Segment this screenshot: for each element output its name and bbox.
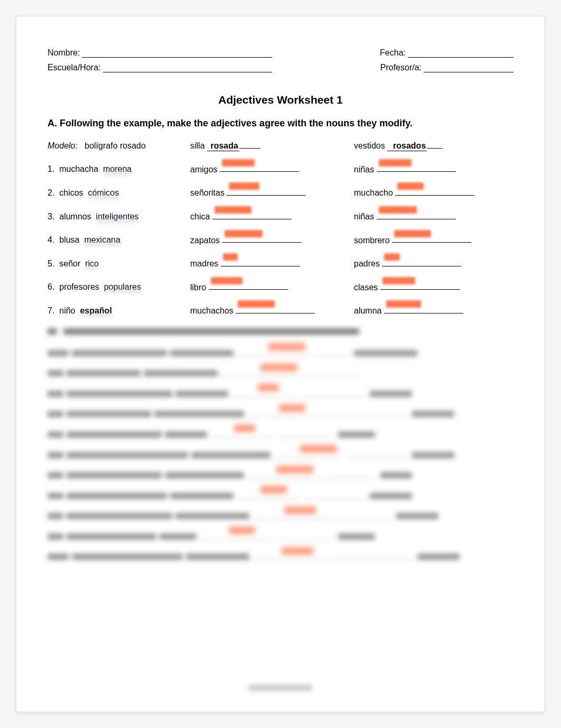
col3: alumna: [354, 303, 513, 316]
row-number: 4.: [48, 235, 54, 244]
answer-blank[interactable]: [221, 256, 300, 266]
name-input-line[interactable]: [82, 48, 272, 58]
noun: chicos: [59, 188, 83, 197]
exercise-row: 7. niño españolmuchachos alumna: [48, 303, 513, 316]
answer-blank[interactable]: [212, 209, 292, 219]
col3: niñas: [354, 162, 513, 174]
answer-blank[interactable]: [377, 162, 456, 172]
date-label: Fecha:: [380, 48, 406, 58]
col1: 5. señor rico: [48, 259, 185, 269]
redacted-answer: [214, 206, 251, 214]
col2: chica: [190, 209, 349, 222]
answer-blank[interactable]: [395, 186, 474, 196]
col3: niñas: [354, 209, 513, 222]
name-label: Nombre:: [48, 48, 80, 58]
col3-noun: alumna: [354, 306, 381, 315]
col3-noun: clases: [354, 282, 378, 291]
col2: muchachos: [190, 303, 349, 316]
adjective: inteligentes: [96, 212, 139, 221]
redacted-answer: [379, 206, 417, 214]
section-a-heading: A. Following the example, make the adjec…: [48, 118, 513, 129]
adjective: español: [80, 306, 111, 315]
model-col2-answer: rosada: [207, 141, 239, 150]
section-b-row: [48, 448, 513, 458]
date-field[interactable]: Fecha:: [380, 48, 513, 58]
section-b-row: [48, 510, 513, 520]
date-input-line[interactable]: [408, 48, 513, 58]
section-b-heading: [48, 327, 513, 337]
answer-blank[interactable]: [392, 233, 471, 243]
model-col2-noun: silla: [190, 141, 205, 150]
row-number: 2.: [48, 188, 54, 197]
redacted-answer: [397, 182, 424, 190]
section-b-row: [48, 428, 513, 438]
answer-blank[interactable]: [222, 233, 302, 243]
col3-noun: sombrero: [354, 235, 390, 244]
adjective: rico: [85, 259, 99, 268]
answer-blank[interactable]: [384, 303, 463, 314]
col1: 3. alumnos inteligentes: [48, 212, 185, 222]
adjective: morena: [103, 164, 132, 173]
model-phrase: bolígrafo rosado: [85, 141, 146, 150]
model-col2: silla rosada: [190, 139, 349, 151]
noun: niño: [59, 306, 75, 315]
school-input-line[interactable]: [103, 63, 272, 73]
exercise-row: 3. alumnos inteligenteschica niñas: [48, 209, 513, 222]
model-col3: vestidos rosados: [354, 139, 513, 151]
model-col3-answer: rosados: [387, 141, 427, 150]
adjective: mexicana: [84, 235, 120, 244]
adjective: cómicos: [88, 188, 119, 197]
row-number: 3.: [48, 212, 54, 221]
redacted-answer: [394, 230, 431, 237]
redacted-answer: [225, 230, 263, 237]
teacher-field[interactable]: Profesor/a:: [380, 63, 513, 73]
school-field[interactable]: Escuela/Hora:: [48, 63, 272, 73]
header-row-1: Nombre: Fecha:: [48, 48, 513, 58]
col2-noun: madres: [190, 259, 218, 268]
col3-noun: niñas: [354, 212, 374, 221]
answer-blank[interactable]: [377, 209, 456, 219]
col2-noun: chica: [190, 212, 210, 221]
redacted-answer: [223, 253, 238, 261]
worksheet-title: Adjectives Worksheet 1: [48, 94, 513, 106]
answer-blank[interactable]: [236, 303, 315, 314]
answer-blank[interactable]: [382, 256, 461, 266]
noun: profesores: [59, 282, 99, 291]
answer-blank[interactable]: [220, 162, 299, 172]
col3-noun: padres: [354, 259, 380, 268]
section-b-row: [48, 530, 513, 540]
answer-blank[interactable]: [209, 280, 288, 290]
col2-noun: zapatos: [190, 235, 220, 244]
redacted-answer: [222, 159, 255, 167]
noun: muchacha: [59, 164, 98, 173]
section-b-row: [48, 550, 513, 560]
col2: señoritas: [190, 186, 349, 198]
col1: 7. niño español: [48, 306, 185, 316]
model-col3-noun: vestidos: [354, 141, 385, 150]
model-label: Modelo:: [48, 141, 78, 150]
col3: padres: [354, 256, 513, 269]
header-row-2: Escuela/Hora: Profesor/a:: [48, 63, 513, 73]
redacted-answer: [238, 300, 275, 308]
section-b-row: [48, 489, 513, 499]
row-number: 5.: [48, 259, 54, 268]
col1: 2. chicos cómicos: [48, 188, 185, 198]
row-number: 1.: [48, 164, 54, 173]
col2: madres: [190, 256, 349, 269]
col1: 6. profesores populares: [48, 282, 185, 292]
col2-noun: libro: [190, 282, 206, 291]
redacted-answer: [382, 277, 415, 284]
answer-blank[interactable]: [380, 280, 460, 290]
col1: 4. blusa mexicana: [48, 235, 185, 245]
redacted-answer: [229, 182, 259, 190]
section-a-rows: 1. muchacha morenaamigos niñas 2. chicos…: [48, 162, 513, 316]
col2-noun: señoritas: [190, 188, 225, 197]
teacher-input-line[interactable]: [424, 63, 513, 73]
row-number: 6.: [48, 282, 54, 291]
exercise-row: 5. señor ricomadres padres: [48, 256, 513, 269]
answer-blank[interactable]: [227, 186, 306, 196]
col2: zapatos: [190, 233, 349, 245]
name-field[interactable]: Nombre:: [48, 48, 272, 58]
section-b-row: [48, 469, 513, 479]
col3-noun: muchacho: [354, 188, 393, 197]
